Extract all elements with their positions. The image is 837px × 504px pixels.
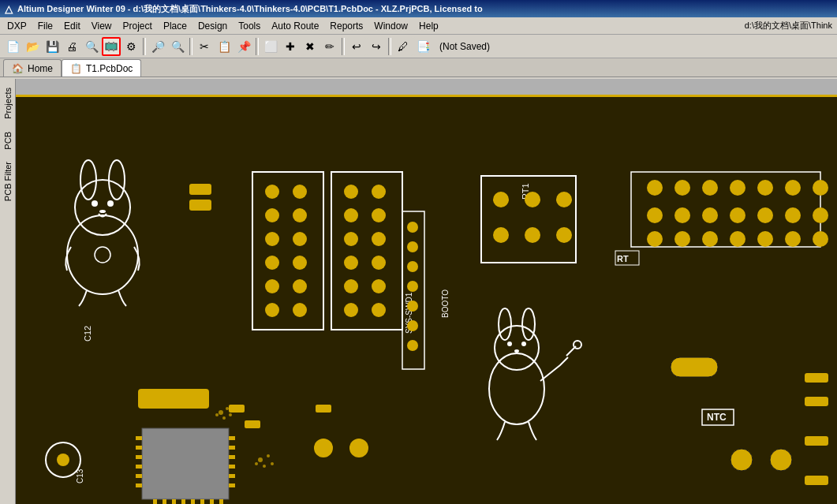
print-button[interactable]: 🖨 bbox=[62, 37, 81, 56]
svg-point-26 bbox=[293, 279, 307, 293]
menu-autoroute[interactable]: Auto Route bbox=[266, 19, 324, 33]
tab-home[interactable]: 🏠 Home bbox=[3, 59, 62, 77]
separator-5 bbox=[388, 38, 391, 55]
svg-point-58 bbox=[525, 227, 540, 243]
svg-point-89 bbox=[521, 342, 526, 346]
svg-point-134 bbox=[770, 449, 792, 471]
menu-view[interactable]: View bbox=[86, 19, 118, 33]
svg-point-130 bbox=[229, 413, 232, 416]
svg-point-44 bbox=[407, 222, 418, 233]
svg-point-46 bbox=[407, 261, 418, 272]
svg-rect-116 bbox=[210, 499, 214, 504]
menu-bar: DXP File Edit View Project Place Design … bbox=[0, 17, 837, 35]
highlight-button[interactable]: 🖊 bbox=[394, 37, 413, 56]
copy-button[interactable]: 📋 bbox=[215, 37, 234, 56]
tab-bar: 🏠 Home 📋 T1.PcbDoc bbox=[0, 58, 837, 77]
svg-point-131 bbox=[222, 416, 226, 420]
separator-4 bbox=[342, 38, 345, 55]
svg-point-126 bbox=[263, 465, 266, 468]
menu-dxp[interactable]: DXP bbox=[2, 19, 32, 33]
svg-point-47 bbox=[407, 281, 418, 292]
svg-point-64 bbox=[674, 180, 690, 196]
svg-rect-120 bbox=[316, 405, 331, 413]
select-button[interactable]: ⬜ bbox=[261, 37, 280, 56]
svg-text:NTC: NTC bbox=[707, 412, 727, 423]
menu-reports[interactable]: Reports bbox=[324, 19, 368, 33]
svg-point-65 bbox=[702, 180, 718, 196]
svg-point-23 bbox=[265, 256, 279, 270]
svg-point-54 bbox=[493, 192, 509, 207]
svg-point-35 bbox=[372, 232, 386, 246]
search-button[interactable]: 🔍 bbox=[82, 37, 101, 56]
svg-point-128 bbox=[219, 410, 223, 415]
edit-button[interactable]: ✏ bbox=[320, 37, 339, 56]
delete-button[interactable]: ✖ bbox=[301, 37, 319, 56]
menu-help[interactable]: Help bbox=[413, 19, 444, 33]
svg-point-20 bbox=[293, 208, 307, 222]
svg-point-34 bbox=[344, 232, 358, 246]
zoom-in-button[interactable]: 🔎 bbox=[148, 37, 167, 56]
svg-point-66 bbox=[730, 180, 745, 196]
svg-point-67 bbox=[757, 180, 773, 196]
menu-project[interactable]: Project bbox=[118, 19, 158, 33]
svg-point-39 bbox=[372, 279, 386, 293]
sidebar-projects[interactable]: Projects bbox=[0, 82, 16, 125]
save-button[interactable]: 💾 bbox=[43, 37, 62, 56]
svg-point-10 bbox=[92, 200, 98, 207]
run-button[interactable]: ⚙ bbox=[121, 37, 140, 56]
sidebar-pcb[interactable]: PCB bbox=[0, 126, 16, 155]
menu-design[interactable]: Design bbox=[192, 19, 233, 33]
svg-point-22 bbox=[293, 232, 307, 246]
pcb-area[interactable]: C12 bbox=[16, 95, 837, 504]
svg-rect-110 bbox=[153, 499, 157, 504]
svg-rect-112 bbox=[172, 499, 176, 504]
sidebar-pcb-filter[interactable]: PCB Filter bbox=[0, 156, 16, 207]
svg-rect-119 bbox=[245, 420, 260, 428]
pcb-icon: 📋 bbox=[70, 63, 82, 74]
svg-point-41 bbox=[372, 303, 386, 317]
svg-rect-102 bbox=[136, 474, 142, 478]
svg-point-37 bbox=[372, 256, 386, 270]
cross-button[interactable]: ✚ bbox=[281, 37, 300, 56]
separator-2 bbox=[189, 38, 192, 55]
svg-rect-97 bbox=[142, 428, 229, 499]
pcb-board[interactable]: C12 bbox=[16, 97, 837, 504]
title-bar: △ Altium Designer Winter 09 - d:\我的文档\桌面… bbox=[0, 0, 837, 17]
svg-point-82 bbox=[785, 231, 801, 247]
svg-point-69 bbox=[813, 180, 828, 196]
menu-window[interactable]: Window bbox=[368, 19, 413, 33]
open-button[interactable]: 📂 bbox=[23, 37, 42, 56]
pcb-svg: C12 bbox=[16, 97, 837, 504]
svg-point-123 bbox=[258, 457, 263, 462]
left-sidebar: Projects PCB PCB Filter bbox=[0, 79, 16, 504]
menu-place[interactable]: Place bbox=[158, 19, 192, 33]
cut-button[interactable]: ✂ bbox=[195, 37, 214, 56]
svg-rect-139 bbox=[805, 436, 828, 446]
svg-point-57 bbox=[493, 227, 509, 243]
highlighted-button[interactable] bbox=[102, 37, 121, 56]
svg-point-72 bbox=[702, 207, 718, 223]
paste-button[interactable]: 📌 bbox=[234, 37, 253, 56]
svg-rect-118 bbox=[229, 405, 245, 413]
menu-file[interactable]: File bbox=[32, 19, 58, 33]
svg-point-40 bbox=[344, 303, 358, 317]
svg-point-88 bbox=[507, 342, 512, 346]
svg-point-12 bbox=[99, 210, 106, 213]
svg-point-11 bbox=[107, 200, 114, 207]
svg-point-38 bbox=[344, 279, 358, 293]
menu-edit[interactable]: Edit bbox=[58, 19, 86, 33]
redo-button[interactable]: ↪ bbox=[367, 37, 386, 56]
svg-point-24 bbox=[293, 256, 307, 270]
layers-button[interactable]: 📑 bbox=[413, 37, 432, 56]
tab-pcbdoc[interactable]: 📋 T1.PcbDoc bbox=[62, 59, 141, 77]
svg-point-132 bbox=[215, 413, 219, 416]
svg-point-71 bbox=[674, 207, 690, 223]
svg-rect-4 bbox=[113, 49, 114, 51]
zoom-out-button[interactable]: 🔍 bbox=[168, 37, 187, 56]
undo-button[interactable]: ↩ bbox=[347, 37, 366, 56]
main-content[interactable]: C12 bbox=[16, 79, 837, 504]
menu-tools[interactable]: Tools bbox=[233, 19, 266, 33]
svg-point-90 bbox=[514, 349, 519, 353]
svg-rect-114 bbox=[191, 499, 195, 504]
new-button[interactable]: 📄 bbox=[3, 37, 22, 56]
